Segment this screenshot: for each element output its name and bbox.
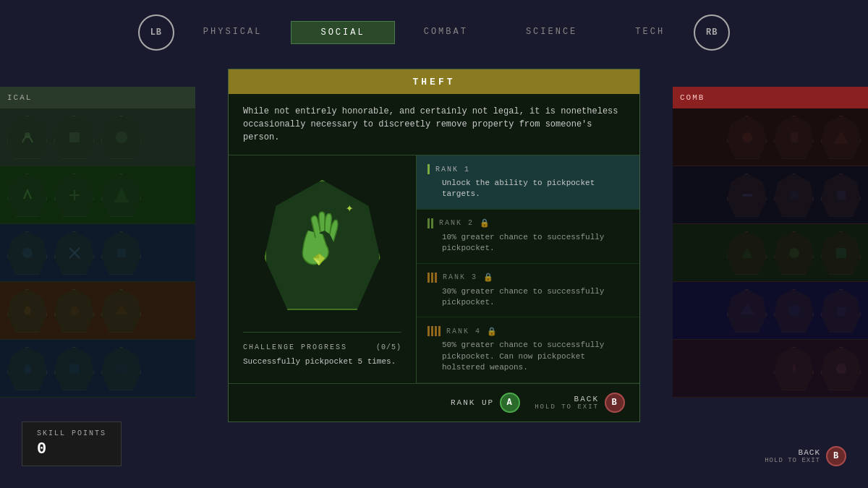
skill-description: While not entirely honorable, and certai… (229, 94, 639, 155)
skill-hex-mini (7, 289, 47, 333)
rank-up-button[interactable]: A (500, 393, 520, 413)
rank-bar (427, 164, 430, 174)
skill-hex-mini-right (774, 231, 814, 275)
skill-points-label: SKILL POINTS (37, 429, 106, 437)
back-button[interactable]: B (605, 393, 625, 413)
left-skill-row-2[interactable] (0, 166, 195, 224)
svg-point-14 (789, 248, 799, 258)
skill-hex-mini-right (774, 289, 814, 333)
skill-hex-mini-right (774, 174, 814, 217)
skill-panel: THEFT While not entirely honorable, and … (228, 69, 640, 422)
skill-hex-mini-right (727, 289, 767, 333)
tab-social[interactable]: SOcIAL (291, 21, 394, 44)
svg-rect-13 (837, 191, 846, 200)
right-panel-header: COMB (673, 87, 868, 108)
rank-3-item[interactable]: RANK 3 🔒 30% greater chance to successfu… (417, 264, 639, 318)
right-skill-list (673, 108, 868, 398)
rank-bar (438, 326, 441, 336)
rank-bar (435, 326, 437, 336)
bottom-back-button[interactable]: B (826, 446, 846, 466)
svg-point-12 (790, 191, 799, 200)
bottom-back-label: BACK (765, 448, 820, 457)
rank-2-item[interactable]: RANK 2 🔒 10% greater chance to successfu… (417, 210, 639, 264)
tab-physical[interactable]: PHYSICAL (174, 21, 292, 44)
right-skill-row-2[interactable] (673, 166, 868, 224)
challenge-title: CHALLENGE PROGRESS (243, 343, 347, 351)
left-skill-row-5[interactable] (0, 340, 195, 398)
svg-rect-1 (69, 132, 80, 142)
rank-3-label: RANK 3 (443, 273, 477, 281)
rank-3-description: 30% greater chance to successfully pickp… (427, 286, 629, 309)
svg-marker-11 (834, 131, 848, 144)
skill-hex-mini-right (821, 289, 861, 333)
skill-controls: RANK UP A BACK HOLD TO EXIT B (229, 383, 639, 421)
lock-icon: 🔒 (483, 273, 493, 282)
skill-points-display: SKILL POINTS 0 (22, 421, 122, 466)
svg-point-10 (742, 132, 752, 142)
skill-title: THEFT (412, 77, 455, 87)
rank-4-description: 50% greater chance to successfully pickp… (427, 340, 629, 373)
lb-button[interactable]: LB (138, 14, 174, 51)
right-skill-row-3[interactable] (673, 224, 868, 282)
left-skill-row-3[interactable] (0, 224, 195, 282)
rb-button[interactable]: RB (694, 14, 730, 51)
bottom-back-control[interactable]: BACK HOLD TO EXIT B (765, 446, 846, 466)
tab-combat[interactable]: COMBAT (395, 21, 497, 44)
skill-hex-mini-right (727, 116, 767, 159)
svg-point-0 (25, 132, 30, 138)
rank-4-item[interactable]: RANK 4 🔒 50% greater chance to successfu… (417, 317, 639, 382)
svg-marker-7 (115, 304, 128, 314)
bottom-right-controls: BACK HOLD TO EXIT B (765, 446, 846, 466)
right-skill-row-1[interactable] (673, 108, 868, 166)
rank-2-bar-icon (427, 218, 433, 228)
left-panel-header: ICAL (0, 87, 195, 108)
rank-1-label: RANK 1 (435, 166, 470, 174)
svg-point-17 (788, 305, 800, 317)
skill-hex-mini-right (821, 231, 861, 275)
skill-hex-mini (54, 231, 94, 275)
bottom-hold-label: HOLD TO EXIT (765, 457, 820, 464)
left-skill-row-1[interactable] (0, 108, 195, 166)
svg-rect-15 (836, 248, 846, 258)
skill-hex-mini (7, 231, 47, 275)
skill-title-bar: THEFT (229, 69, 639, 94)
lock-icon: 🔒 (480, 218, 490, 228)
skill-image-area: ✦ (229, 155, 417, 383)
rank-1-item[interactable]: RANK 1 Unlock the ability to pickpocket … (417, 155, 639, 210)
svg-rect-8 (69, 364, 80, 374)
svg-point-18 (836, 364, 846, 374)
skill-hex-mini (7, 347, 47, 390)
right-skill-row-5[interactable] (673, 340, 868, 398)
right-skill-row-4[interactable] (673, 282, 868, 340)
tab-tech[interactable]: TECH (606, 21, 694, 44)
tab-science[interactable]: SCIENCE (497, 21, 606, 44)
skill-challenge: CHALLENGE PROGRESS (0/5) Successfully pi… (243, 332, 401, 366)
skill-hex-mini (54, 289, 94, 333)
rank-bar (435, 273, 437, 283)
skill-hex-mini (101, 347, 141, 390)
challenge-description: Successfully pickpocket 5 times. (243, 357, 401, 366)
skill-points-value: 0 (37, 440, 106, 458)
rank-4-label: RANK 4 (446, 328, 481, 335)
skill-hex-mini (101, 174, 141, 217)
skill-hex-mini (7, 116, 47, 159)
rank-3-bar-icon (427, 273, 437, 283)
skill-hex-mini-right (774, 116, 814, 159)
skill-hex-mini-right (821, 174, 861, 217)
skill-hex-mini (7, 174, 47, 217)
svg-marker-3 (114, 188, 129, 202)
skill-content: ✦ (229, 155, 639, 383)
rank-bar (427, 326, 430, 336)
rank-4-bar-icon (427, 326, 441, 336)
skill-hex-mini-right (727, 174, 767, 217)
skill-hex-mini (54, 116, 94, 159)
rank-up-control[interactable]: RANK UP A (451, 393, 520, 413)
svg-point-2 (116, 132, 127, 143)
hex-shape: ✦ (265, 180, 380, 310)
svg-rect-5 (117, 249, 126, 257)
left-skill-row-4[interactable] (0, 282, 195, 340)
svg-point-9 (116, 363, 127, 374)
svg-marker-16 (740, 304, 754, 314)
skill-hex-mini-right (821, 347, 861, 390)
back-control[interactable]: BACK HOLD TO EXIT B (535, 393, 625, 413)
